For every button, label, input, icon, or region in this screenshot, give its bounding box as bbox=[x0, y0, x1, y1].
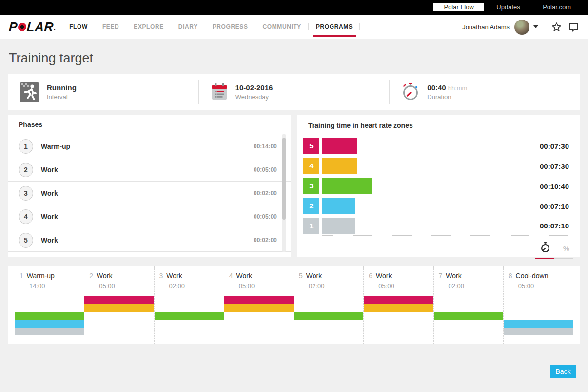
running-sport-icon bbox=[20, 82, 39, 102]
zone-band bbox=[155, 312, 224, 320]
nav-item[interactable]: EXPLORE bbox=[126, 15, 171, 39]
zone-bar-cell bbox=[322, 156, 508, 176]
zone-badge-cell: 1 bbox=[303, 216, 322, 236]
zone-badge-cell: 5 bbox=[303, 136, 322, 156]
phase-chart-number: 6 bbox=[369, 272, 372, 280]
phase-column: 3Work 02:00 bbox=[154, 266, 224, 344]
duration-format: hh:mm bbox=[448, 84, 468, 92]
phase-chart-number: 4 bbox=[229, 272, 233, 280]
target-weekday: Wednesday bbox=[235, 93, 273, 101]
zone-band bbox=[364, 296, 433, 304]
zone-row: 4 00:07:30 bbox=[303, 156, 574, 176]
zone-bar-cell bbox=[322, 216, 508, 236]
phase-row: 2 Work 00:05:00 bbox=[8, 158, 291, 182]
user-name[interactable]: Jonathan Adams bbox=[462, 23, 510, 31]
phase-chart-name: Work bbox=[97, 272, 112, 280]
phase-number-badge: 4 bbox=[19, 209, 33, 224]
scrollbar[interactable] bbox=[282, 134, 286, 252]
nav-item[interactable]: FLOW bbox=[62, 15, 95, 39]
zone-number-badge: 4 bbox=[303, 158, 319, 174]
nav-user-area: Jonathan Adams bbox=[462, 20, 579, 35]
zone-band bbox=[224, 304, 294, 312]
zone-time: 00:07:30 bbox=[511, 136, 574, 156]
chevron-down-icon[interactable] bbox=[533, 25, 538, 28]
phase-row: 3 Work 00:02:00 bbox=[8, 182, 291, 205]
zone-band bbox=[434, 312, 503, 320]
zone-badge-cell: 3 bbox=[303, 176, 322, 196]
zone-time: 00:10:40 bbox=[511, 176, 574, 196]
page-title: Training target bbox=[9, 51, 580, 66]
avatar[interactable] bbox=[514, 20, 529, 35]
phase-chart-name: Work bbox=[446, 272, 461, 280]
logo-reg-mark: . bbox=[54, 23, 57, 31]
phase-number-badge: 1 bbox=[19, 139, 33, 154]
phase-column: 4Work 05:00 bbox=[224, 266, 294, 344]
zone-view-toggle: % bbox=[535, 242, 573, 259]
zone-bar bbox=[322, 218, 355, 234]
phase-column: 8Cool-down 05:00 bbox=[503, 266, 573, 344]
phase-chart-duration: 02:00 bbox=[449, 282, 503, 289]
nav-item[interactable]: DIARY bbox=[171, 15, 205, 39]
nav-item[interactable]: PROGRAMS bbox=[309, 15, 360, 39]
sport-summary: Running Interval bbox=[8, 74, 198, 110]
stopwatch-icon bbox=[401, 82, 420, 102]
phase-chart-name: Work bbox=[376, 272, 392, 280]
heart-rate-zones-panel: Training time in heart rate zones 5 00:0… bbox=[297, 115, 580, 257]
phase-list: 1 Warm-up 00:14:00 2 Work 00:05:00 3 Wor… bbox=[8, 135, 291, 252]
phase-duration: 00:05:00 bbox=[254, 166, 277, 173]
zone-band bbox=[15, 320, 84, 328]
calendar-icon bbox=[211, 83, 228, 101]
nav-item[interactable]: FEED bbox=[95, 15, 126, 39]
zone-number-badge: 2 bbox=[303, 198, 319, 214]
nav-item[interactable]: PROGRESS bbox=[205, 15, 255, 39]
phase-chart-duration: 05:00 bbox=[378, 282, 433, 289]
zone-band bbox=[15, 328, 84, 335]
zone-row: 5 00:07:30 bbox=[303, 136, 574, 156]
site-tab[interactable]: Polar Flow bbox=[433, 3, 484, 11]
zone-badge-cell: 4 bbox=[303, 156, 322, 176]
phases-panel: Phases 1 Warm-up 00:14:00 2 Work 00:05:0… bbox=[8, 115, 291, 257]
zone-bar-cell bbox=[322, 196, 508, 216]
phase-number-badge: 3 bbox=[19, 186, 33, 201]
phase-chart-number: 1 bbox=[20, 272, 23, 280]
nav-menu: FLOW FEED EXPLORE DIARY PROGRESS COMMUNI… bbox=[62, 15, 360, 39]
zone-band bbox=[15, 312, 84, 320]
phase-number-badge: 2 bbox=[19, 163, 33, 177]
phase-column: 7Work 02:00 bbox=[433, 266, 503, 344]
duration-label: Duration bbox=[427, 93, 467, 101]
zone-band bbox=[504, 328, 573, 335]
duration-summary: 00:40hh:mm Duration bbox=[390, 74, 580, 110]
site-tab[interactable]: Updates bbox=[486, 3, 530, 11]
phase-chart-duration: 14:00 bbox=[29, 282, 84, 289]
zone-band bbox=[84, 304, 154, 312]
phase-chart-number: 3 bbox=[159, 272, 163, 280]
back-button[interactable]: Back bbox=[550, 365, 576, 378]
zone-number-badge: 5 bbox=[303, 138, 319, 154]
scrollbar-thumb[interactable] bbox=[282, 138, 286, 220]
site-switch-bar: Polar Flow Updates Polar.com bbox=[0, 0, 588, 15]
phase-chart-duration: 02:00 bbox=[309, 282, 363, 289]
zones-panel-title: Training time in heart rate zones bbox=[308, 122, 574, 129]
site-tab[interactable]: Polar.com bbox=[532, 3, 581, 11]
phase-column: 1Warm-up 14:00 bbox=[15, 266, 84, 344]
target-date: 10-02-2016 bbox=[235, 83, 273, 92]
polar-logo-o-icon bbox=[18, 23, 26, 31]
phase-column: 6Work 05:00 bbox=[363, 266, 433, 344]
phase-zone-chart: 1Warm-up 14:00 2Work 05:00 bbox=[8, 266, 580, 344]
zone-bar bbox=[322, 138, 357, 154]
favorites-star-icon[interactable] bbox=[551, 21, 562, 33]
percent-view-toggle[interactable]: % bbox=[563, 244, 569, 252]
time-view-stopwatch-icon[interactable] bbox=[540, 242, 550, 255]
zone-bar-cell bbox=[322, 136, 508, 156]
feedback-bubble-icon[interactable] bbox=[568, 21, 579, 33]
zone-bar bbox=[322, 178, 372, 194]
zone-badge-cell: 2 bbox=[303, 196, 322, 216]
nav-item[interactable]: COMMUNITY bbox=[255, 15, 309, 39]
zone-row: 3 00:10:40 bbox=[303, 176, 574, 196]
phase-column: 2Work 05:00 bbox=[84, 266, 154, 344]
polar-logo[interactable]: P LAR . bbox=[8, 20, 57, 35]
phase-name: Warm-up bbox=[41, 143, 70, 150]
zone-band bbox=[504, 320, 573, 328]
phase-name: Work bbox=[41, 213, 58, 221]
phase-chart-number: 2 bbox=[89, 272, 93, 280]
